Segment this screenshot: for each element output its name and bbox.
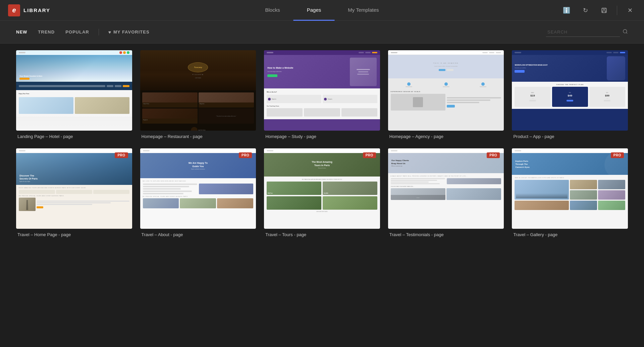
elementor-logo-icon: e	[8, 4, 20, 16]
template-label-agency: Homepage – Agency - page	[388, 131, 504, 140]
app-title: LIBRARY	[23, 7, 50, 13]
template-thumb-app: WORKFLOW OPTIMIZATION MADE EASY Streamli…	[512, 50, 628, 131]
search-button[interactable]	[623, 29, 628, 36]
template-label-travel-about: Travel – About - page	[140, 229, 256, 238]
svg-line-2	[626, 32, 627, 33]
search-area	[546, 27, 628, 37]
template-card-study[interactable]: How to Make a Website Learn web design f…	[264, 50, 380, 140]
template-label-travel-gallery: Travel – Gallery - page	[512, 229, 628, 238]
tab-my-templates[interactable]: My Templates	[334, 0, 392, 21]
logo-area: e LIBRARY	[8, 4, 68, 16]
template-card-travel-home[interactable]: PRO Discover TheSecrets Of Paris Explore…	[16, 148, 132, 238]
template-thumb-study: How to Make a Website Learn web design f…	[264, 50, 380, 131]
header-divider	[617, 6, 617, 15]
header: e LIBRARY Blocks Pages My Templates ℹ️ ↻…	[0, 0, 644, 21]
template-card-hotel[interactable]: Your Dream Vacation Is Here Enjoy Your T…	[16, 50, 132, 140]
template-thumb-restaurant: Tuscany PIZZERIA OUR PIZZAS Classic Pizz…	[140, 50, 256, 131]
pro-badge-gallery: PRO	[611, 152, 624, 158]
tab-blocks[interactable]: Blocks	[252, 0, 293, 21]
template-label-travel-tours: Travel – Tours - page	[264, 229, 380, 238]
heart-icon: ♥	[108, 29, 111, 35]
template-thumb-hotel: Your Dream Vacation Is Here Enjoy Your T…	[16, 50, 132, 131]
template-grid: Your Dream Vacation Is Here Enjoy Your T…	[16, 50, 628, 238]
template-card-agency[interactable]: THIS IS AN HEADING Lorem ipsum dolor sit…	[388, 50, 504, 140]
template-card-travel-testimonials[interactable]: PRO Our Happy Clients Brag About Us What…	[388, 148, 504, 238]
filter-divider	[99, 29, 99, 36]
pro-badge: PRO	[115, 152, 128, 158]
pro-badge-tours: PRO	[363, 152, 376, 158]
filter-trend[interactable]: TREND	[33, 27, 60, 37]
header-tabs: Blocks Pages My Templates	[252, 0, 392, 21]
filter-bar: NEW TREND POPULAR ♥ MY FAVORITES	[0, 21, 644, 44]
main-content: Your Dream Vacation Is Here Enjoy Your T…	[0, 44, 644, 245]
pro-badge-testimonials: PRO	[487, 152, 500, 158]
filter-favorites[interactable]: ♥ MY FAVORITES	[103, 27, 155, 38]
template-thumb-travel-gallery: PRO Explore Paris Through The Camera's E…	[512, 148, 628, 229]
filter-popular[interactable]: POPULAR	[60, 27, 95, 37]
tab-pages[interactable]: Pages	[293, 0, 335, 21]
template-thumb-travel-home: PRO Discover TheSecrets Of Paris Explore…	[16, 148, 132, 229]
info-button[interactable]: ℹ️	[560, 4, 573, 16]
template-card-app[interactable]: WORKFLOW OPTIMIZATION MADE EASY Streamli…	[512, 50, 628, 140]
template-label-restaurant: Homepage – Restaurant - page	[140, 131, 256, 140]
header-actions: ℹ️ ↻ ✕	[560, 4, 636, 16]
template-thumb-travel-tours: PRO The Most Amazing Tours In Paris Disc…	[264, 148, 380, 229]
save-button[interactable]	[598, 4, 610, 16]
template-label-travel-home: Travel – Home Page - page	[16, 229, 132, 238]
template-label-travel-testimonials: Travel – Testimonials - page	[388, 229, 504, 238]
refresh-button[interactable]: ↻	[579, 4, 591, 16]
template-label-study: Homepage – Study - page	[264, 131, 380, 140]
template-card-travel-about[interactable]: PRO We Are Happy To Guide You Explore wo…	[140, 148, 256, 238]
template-label-app: Product – App - page	[512, 131, 628, 140]
template-thumb-agency: THIS IS AN HEADING Lorem ipsum dolor sit…	[388, 50, 504, 131]
filter-new[interactable]: NEW	[16, 27, 33, 37]
pro-badge-about: PRO	[239, 152, 252, 158]
template-card-travel-tours[interactable]: PRO The Most Amazing Tours In Paris Disc…	[264, 148, 380, 238]
svg-point-1	[623, 29, 627, 33]
template-label-hotel: Landing Page – Hotel - page	[16, 131, 132, 140]
template-card-restaurant[interactable]: Tuscany PIZZERIA OUR PIZZAS Classic Pizz…	[140, 50, 256, 140]
template-thumb-travel-testimonials: PRO Our Happy Clients Brag About Us What…	[388, 148, 504, 229]
search-input[interactable]	[546, 27, 620, 37]
template-thumb-travel-about: PRO We Are Happy To Guide You Explore wo…	[140, 148, 256, 229]
template-card-travel-gallery[interactable]: PRO Explore Paris Through The Camera's E…	[512, 148, 628, 238]
close-button[interactable]: ✕	[624, 4, 636, 16]
